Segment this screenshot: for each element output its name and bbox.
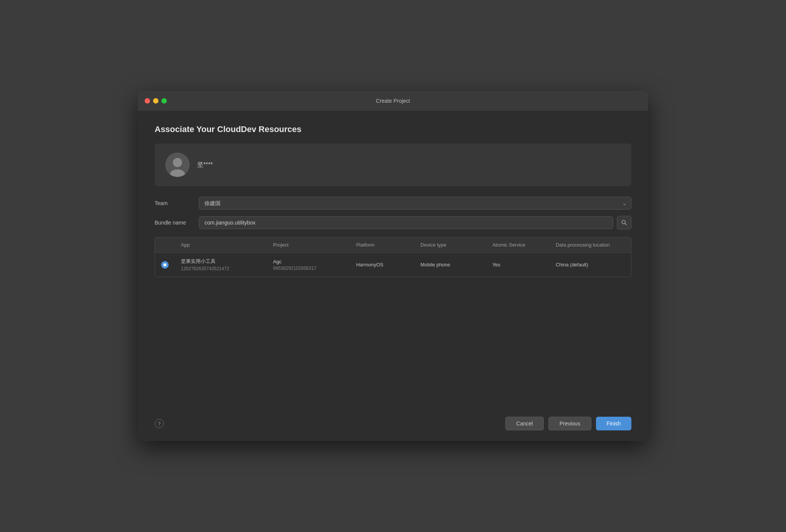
platform-cell: HarmonyOS	[350, 253, 414, 277]
app-name: 坚果实用小工具	[181, 258, 261, 265]
table-body: 坚果实用小工具 1202782635743521472 Agc 99536292…	[155, 253, 631, 277]
account-name: 坚****	[197, 161, 213, 169]
team-row: Team 徐建国 ⌄	[155, 197, 631, 210]
radio-cell[interactable]	[155, 253, 175, 277]
account-banner: 坚****	[155, 143, 631, 186]
bundle-input-row	[199, 216, 631, 229]
team-label: Team	[155, 200, 193, 206]
project-name: Agc	[273, 259, 344, 264]
data-location-cell: China (default)	[550, 253, 631, 277]
footer-buttons: Cancel Previous Finish	[505, 417, 631, 430]
project-cell: Agc 99536292102856317	[267, 253, 350, 277]
project-cell-content: Agc 99536292102856317	[273, 259, 344, 271]
question-icon: ?	[158, 421, 160, 427]
team-select[interactable]: 徐建国	[199, 197, 631, 210]
results-table-container: App Project Platform Device type Atomic …	[155, 237, 631, 277]
page-title: Associate Your CloudDev Resources	[155, 124, 631, 134]
content-area: Associate Your CloudDev Resources 坚**** …	[138, 111, 648, 441]
col-device-header: Device type	[414, 237, 486, 253]
col-platform-header: Platform	[350, 237, 414, 253]
bundle-label: Bundle name	[155, 220, 193, 226]
window-title: Create Project	[376, 98, 410, 104]
svg-line-4	[625, 223, 626, 225]
footer: ? Cancel Previous Finish	[155, 411, 631, 433]
radio-button[interactable]	[161, 261, 169, 269]
title-bar: Create Project	[138, 91, 648, 111]
search-button[interactable]	[617, 216, 631, 229]
bundle-input[interactable]	[199, 216, 613, 229]
app-id: 1202782635743521472	[181, 266, 261, 271]
col-atomic-header: Atomic Service	[486, 237, 550, 253]
main-window: Create Project Associate Your CloudDev R…	[138, 91, 648, 441]
close-button[interactable]	[145, 98, 150, 104]
avatar	[165, 153, 190, 177]
col-project-header: Project	[267, 237, 350, 253]
form-section: Team 徐建国 ⌄ Bundle name	[155, 197, 631, 229]
project-id: 99536292102856317	[273, 266, 344, 271]
device-cell: Mobile phone	[414, 253, 486, 277]
atomic-cell: Yes	[486, 253, 550, 277]
maximize-button[interactable]	[161, 98, 167, 104]
traffic-lights	[145, 98, 167, 104]
table-row[interactable]: 坚果实用小工具 1202782635743521472 Agc 99536292…	[155, 253, 631, 277]
results-table: App Project Platform Device type Atomic …	[155, 237, 631, 277]
cancel-button[interactable]: Cancel	[505, 417, 544, 430]
app-cell-content: 坚果实用小工具 1202782635743521472	[181, 258, 261, 271]
finish-button[interactable]: Finish	[596, 417, 631, 430]
col-data-header: Data processing location	[550, 237, 631, 253]
minimize-button[interactable]	[153, 98, 158, 104]
svg-point-1	[173, 158, 182, 167]
app-cell: 坚果实用小工具 1202782635743521472	[175, 253, 267, 277]
table-header: App Project Platform Device type Atomic …	[155, 237, 631, 253]
team-select-wrapper: 徐建国 ⌄	[199, 197, 631, 210]
col-app-header: App	[175, 237, 267, 253]
col-radio-header	[155, 237, 175, 253]
previous-button[interactable]: Previous	[548, 417, 591, 430]
help-button[interactable]: ?	[155, 419, 164, 428]
bundle-row: Bundle name	[155, 216, 631, 229]
search-icon	[621, 220, 627, 226]
